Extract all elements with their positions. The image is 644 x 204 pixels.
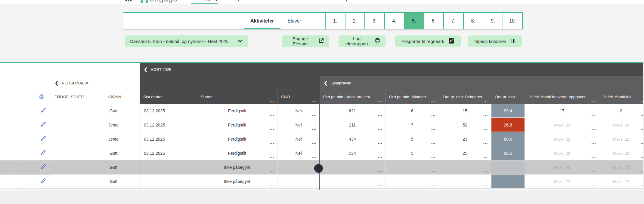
cell-opm[interactable]: 98,6 bbox=[491, 146, 525, 160]
cell-menu-dots-icon[interactable]: ••• bbox=[641, 114, 643, 117]
grade-tab-8[interactable]: 8. bbox=[463, 13, 483, 29]
tilpass-kolonner-button[interactable]: Tilpass kolonner bbox=[468, 35, 522, 47]
cell-status[interactable]: Ikke påbegynt••• bbox=[197, 160, 277, 175]
cell-menu-dots-icon[interactable]: ••• bbox=[432, 114, 436, 117]
cell-menu-dots-icon[interactable]: ••• bbox=[641, 142, 643, 145]
column-header-fodselsdato[interactable]: FØDSELSDATO bbox=[51, 90, 104, 104]
cell-sek[interactable]: ••• bbox=[439, 160, 491, 175]
lag-elevrapport-button[interactable]: Lag elevrapport bbox=[339, 35, 385, 47]
cell-menu-dots-icon[interactable]: ••• bbox=[312, 128, 317, 131]
table-row[interactable]: GuttIkke påbegynt••••••••••••Maks. 22•••… bbox=[0, 175, 643, 189]
cell-menu-dots-icon[interactable]: ••• bbox=[270, 157, 274, 159]
cell-status[interactable]: Ferdigstilt••• bbox=[197, 132, 277, 146]
cell-menu-dots-icon[interactable]: ••• bbox=[592, 185, 596, 187]
app-launcher-grid-icon[interactable] bbox=[125, 0, 132, 3]
gear-icon[interactable]: ⚙ bbox=[39, 93, 44, 100]
cell-sno[interactable]: Nei••• bbox=[277, 104, 320, 118]
cell-menu-dots-icon[interactable]: ••• bbox=[432, 171, 436, 173]
cell-menu-dots-icon[interactable]: ••• bbox=[312, 157, 317, 159]
table-row[interactable]: Gutt03.12.2025Ferdigstilt•••Nei•••534•••… bbox=[0, 146, 643, 160]
column-header-kjonn[interactable]: KJØNN bbox=[104, 90, 140, 104]
cell-menu-dots-icon[interactable]: ••• bbox=[641, 128, 643, 131]
cell-bes[interactable]: Maks. 22••• bbox=[525, 118, 599, 132]
column-group-host-2025[interactable]: ❮ HØST 2025 bbox=[140, 63, 643, 76]
cell-menu-dots-icon[interactable]: ••• bbox=[312, 114, 317, 117]
cell-bes[interactable]: 17••• bbox=[525, 104, 599, 118]
cell-menu-dots-icon[interactable]: ••• bbox=[641, 185, 643, 187]
cell-opm[interactable]: 80,6 bbox=[491, 132, 525, 146]
cell-feil[interactable]: Maks. 22••• bbox=[599, 118, 643, 132]
column-menu-dots-icon[interactable]: ••• bbox=[592, 100, 596, 103]
cell-menu-dots-icon[interactable]: ••• bbox=[592, 114, 596, 117]
cell-bes[interactable]: Maks. 22••• bbox=[525, 175, 599, 189]
cell-min[interactable]: 5••• bbox=[385, 146, 439, 160]
tab-aktiviteter[interactable]: Aktiviteter bbox=[249, 13, 275, 29]
cell-menu-dots-icon[interactable]: ••• bbox=[641, 171, 643, 173]
column-header-status[interactable]: Status••• bbox=[197, 90, 277, 104]
column-header-sek[interactable]: Ord pr. min: Sekunder••• bbox=[439, 90, 491, 104]
edit-pencil-icon[interactable] bbox=[40, 135, 47, 143]
edit-pencil-icon[interactable] bbox=[40, 121, 47, 129]
eksporter-til-regneark-button[interactable]: Eksporter til regnearkX bbox=[395, 35, 461, 47]
cell-menu-dots-icon[interactable]: ••• bbox=[484, 128, 488, 131]
cell-min[interactable]: ••• bbox=[385, 175, 439, 189]
cell-opm[interactable] bbox=[491, 160, 525, 175]
cell-sno[interactable]: Nei••• bbox=[277, 118, 320, 132]
column-header-bes[interactable]: % feil: Antall besvarte oppgaver••• bbox=[525, 90, 599, 104]
cell-aol[interactable]: 534••• bbox=[320, 146, 385, 160]
cell-menu-dots-icon[interactable]: ••• bbox=[432, 142, 436, 145]
cell-min[interactable]: 6••• bbox=[385, 104, 439, 118]
table-row[interactable]: Jente03.12.2025Ferdigstilt•••Nei•••434••… bbox=[0, 132, 643, 146]
cell-min[interactable]: 7••• bbox=[385, 118, 439, 132]
column-header-feil[interactable]: % feil: Antall feil••• bbox=[599, 90, 643, 104]
cell-menu-dots-icon[interactable]: ••• bbox=[270, 142, 274, 145]
cell-menu-dots-icon[interactable]: ••• bbox=[432, 157, 436, 159]
column-group-leseproven[interactable]: ❮ Leseprøven bbox=[320, 76, 643, 90]
cell-sno[interactable]: Nei••• bbox=[277, 146, 320, 160]
grade-tab-4[interactable]: 4. bbox=[384, 13, 404, 29]
cell-menu-dots-icon[interactable]: ••• bbox=[641, 157, 643, 159]
grade-tab-2[interactable]: 2. bbox=[345, 13, 365, 29]
edit-pencil-icon[interactable] bbox=[40, 178, 47, 185]
cell-menu-dots-icon[interactable]: ••• bbox=[592, 142, 596, 145]
column-header-sno[interactable]: SNO••• bbox=[277, 90, 320, 104]
grade-tab-3[interactable]: 3. bbox=[364, 13, 384, 29]
cell-sek[interactable]: 23••• bbox=[439, 132, 491, 146]
tab-elever[interactable]: Elever bbox=[286, 13, 302, 29]
cell-min[interactable]: ••• bbox=[385, 160, 439, 175]
cell-menu-dots-icon[interactable]: ••• bbox=[484, 142, 488, 145]
cell-aol[interactable]: ••• bbox=[320, 160, 385, 175]
column-menu-dots-icon[interactable]: ••• bbox=[432, 100, 436, 103]
cell-menu-dots-icon[interactable]: ••• bbox=[312, 142, 317, 145]
column-menu-dots-icon[interactable]: ••• bbox=[270, 100, 274, 103]
collapse-chevron-icon[interactable]: ❮ bbox=[324, 80, 328, 86]
engage-logo[interactable]: engage bbox=[141, 0, 178, 3]
cell-sek[interactable]: 25••• bbox=[439, 146, 491, 160]
column-group-personalia[interactable]: ❮ PERSONALIA bbox=[55, 76, 88, 90]
nav-item-eksterne-data[interactable]: Eksterne data bbox=[295, 0, 324, 4]
cell-feil[interactable]: Maks. 22••• bbox=[599, 132, 643, 146]
edit-pencil-icon[interactable] bbox=[40, 163, 47, 171]
nav-item-kartlegging[interactable]: Kartlegging bbox=[191, 0, 218, 4]
cell-menu-dots-icon[interactable]: ••• bbox=[378, 128, 382, 131]
cell-menu-dots-icon[interactable]: ••• bbox=[592, 128, 596, 131]
collapse-chevron-icon[interactable]: ❮ bbox=[144, 67, 148, 72]
cell-sek[interactable]: ••• bbox=[439, 175, 491, 189]
cell-feil[interactable]: Maks. 22••• bbox=[599, 160, 643, 175]
grade-tab-5[interactable]: 5. bbox=[404, 13, 424, 29]
cell-menu-dots-icon[interactable]: ••• bbox=[378, 157, 382, 159]
cell-menu-dots-icon[interactable]: ••• bbox=[378, 114, 382, 117]
cell-status[interactable]: Ferdigstilt••• bbox=[197, 104, 277, 118]
grade-tab-10[interactable]: 10. bbox=[503, 13, 522, 29]
column-header-min[interactable]: Ord pr. min: Minutter••• bbox=[385, 90, 439, 104]
cell-feil[interactable]: Maks. 22••• bbox=[599, 146, 643, 160]
cell-opm[interactable] bbox=[491, 175, 525, 189]
cell-aol[interactable]: ••• bbox=[320, 175, 385, 189]
collapse-chevron-icon[interactable]: ❮ bbox=[55, 80, 59, 86]
cell-menu-dots-icon[interactable]: ••• bbox=[484, 157, 488, 159]
test-selector-dropdown[interactable]: Carlsten 5. trinn - bokmål og nynorsk - … bbox=[125, 35, 248, 47]
table-row[interactable]: Jente03.12.2025Ferdigstilt•••Nei•••211••… bbox=[0, 118, 643, 132]
cell-menu-dots-icon[interactable]: ••• bbox=[432, 185, 436, 187]
grade-tab-9[interactable]: 9. bbox=[483, 13, 503, 29]
grade-tab-1[interactable]: 1. bbox=[325, 13, 345, 29]
